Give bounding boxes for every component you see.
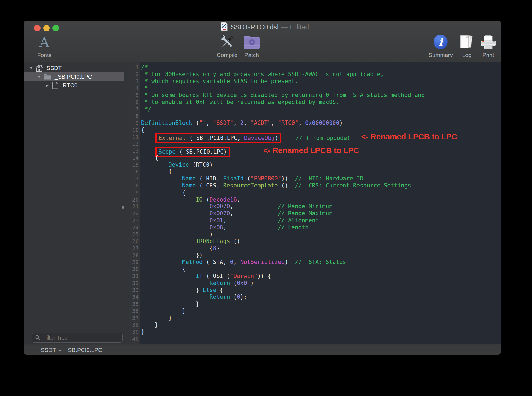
folder-icon <box>43 73 52 80</box>
code-line: Return (0); <box>141 294 501 301</box>
line-number: 10 <box>129 127 139 134</box>
tree-item-label: SSDT <box>46 65 62 71</box>
code-line <box>141 335 501 343</box>
line-number: 11 <box>129 134 139 141</box>
filter-tree-field[interactable] <box>32 333 123 343</box>
code-line: 0x0070, // Range Maximum <box>141 210 501 217</box>
rename-annotation: <- Renamed LPCB to LPC <box>263 146 359 155</box>
line-number: 23 <box>129 217 139 224</box>
filter-tree-input[interactable] <box>43 334 114 341</box>
traffic-lights <box>34 25 59 31</box>
line-number: 18 <box>129 182 139 189</box>
breadcrumb-root[interactable]: SSDT <box>41 347 56 353</box>
line-number: 4 <box>129 85 139 92</box>
tree-item--sb-pci0-lpc[interactable]: ▼_SB.PCI0.LPC <box>24 72 124 81</box>
line-number: 16 <box>129 168 139 175</box>
code-line: Return (0x0F) <box>141 280 501 287</box>
code-line: * On some boards RTC device is disabled … <box>141 92 501 99</box>
home-icon <box>35 64 44 72</box>
line-number: 7 <box>129 106 139 113</box>
document-icon <box>51 82 60 89</box>
line-number: 13 <box>129 147 139 155</box>
code-line: } <box>141 328 501 335</box>
code-line: 0x0070, // Range Minimum <box>141 203 501 210</box>
code-line: } <box>141 315 501 322</box>
ssdt-tree: ▼SSDT▼_SB.PCI0.LPC▶RTC0 <box>24 62 124 90</box>
document-proxy-icon <box>221 22 228 32</box>
line-number: 32 <box>129 280 139 287</box>
zoom-button[interactable] <box>52 25 59 31</box>
code-line: ) <box>141 231 501 238</box>
sidebar-tree-pane: ▼SSDT▼_SB.PCI0.LPC▶RTC0 <box>24 62 124 344</box>
line-number: 9 <box>129 120 139 127</box>
code-line: * <box>141 85 501 92</box>
code-line: * to enable it 0xF will be returned as e… <box>141 99 501 106</box>
line-number: 40 <box>129 335 139 343</box>
patch-button[interactable]: Patch <box>230 33 273 58</box>
disclosure-right-icon[interactable]: ▶ <box>44 83 51 88</box>
print-button[interactable]: Print <box>467 33 501 58</box>
code-editor[interactable]: /* * For 300-series only and occasions w… <box>140 62 501 344</box>
code-line: }) <box>141 252 501 259</box>
split-strip <box>124 62 129 344</box>
patch-folder-icon <box>243 35 260 50</box>
line-number: 36 <box>129 308 139 315</box>
code-line: { <box>141 266 501 273</box>
code-line: } <box>141 301 501 308</box>
line-number: 17 <box>129 175 139 182</box>
line-number: 21 <box>129 203 139 210</box>
code-line: IRQNoFlags () <box>141 238 501 245</box>
code-line: * which requires variable STAS to be pre… <box>141 78 501 85</box>
line-number: 35 <box>129 301 139 308</box>
minimize-button[interactable] <box>43 25 50 31</box>
line-number: 19 <box>129 189 139 196</box>
fonts-icon: A <box>39 36 49 49</box>
status-breadcrumb-bar: SSDT ▸ _SB.PCI0.LPC <box>24 345 501 355</box>
line-number: 29 <box>129 259 139 266</box>
splitter-handle[interactable] <box>122 206 124 209</box>
line-number: 37 <box>129 315 139 322</box>
line-number: 22 <box>129 210 139 217</box>
rename-annotation: <- Renamed LPCB to LPC <box>361 132 457 141</box>
line-number: 8 <box>129 113 139 120</box>
fonts-label: Fonts <box>24 52 66 58</box>
code-line: IO (Decode16, <box>141 196 501 203</box>
fonts-button[interactable]: A Fonts <box>24 33 66 58</box>
code-line: {8} <box>141 245 501 252</box>
line-number: 12 <box>129 140 139 147</box>
line-number: 20 <box>129 196 139 203</box>
disclosure-down-icon[interactable]: ▼ <box>36 75 43 79</box>
title-filename: SSDT-RTC0.dsl <box>231 23 278 31</box>
tree-item-label: RTC0 <box>63 82 77 89</box>
line-number: 33 <box>129 287 139 294</box>
line-number: 15 <box>129 162 139 169</box>
tree-item-rtc0[interactable]: ▶RTC0 <box>24 81 124 90</box>
code-line: Scope (_SB.PCI0.LPC)<- Renamed LPCB to L… <box>141 147 501 155</box>
line-number: 5 <box>129 92 139 99</box>
line-number: 34 <box>129 294 139 301</box>
code-line: { <box>141 189 501 196</box>
code-line: Device (RTC0) <box>141 162 501 169</box>
breadcrumb-scope[interactable]: _SB.PCI0.LPC <box>65 347 102 353</box>
code-line: 0x08, // Length <box>141 224 501 231</box>
close-button[interactable] <box>34 25 41 31</box>
code-line: If (_OSI ("Darwin")) { <box>141 273 501 280</box>
rename-highlight-box: Scope (_SB.PCI0.LPC) <box>155 147 230 157</box>
disclosure-down-icon[interactable]: ▼ <box>28 66 35 70</box>
code-line: { <box>141 168 501 175</box>
code-line: 0x01, // Alignment <box>141 217 501 224</box>
rename-highlight-box: External (_SB_.PCI0.LPC, DeviceObj) <box>155 133 282 143</box>
main-split: ▼SSDT▼_SB.PCI0.LPC▶RTC0 1234567891011121… <box>24 62 501 344</box>
code-line: Name (_HID, EisaId ("PNP0B00")) // _HID:… <box>141 175 501 182</box>
code-line: Name (_CRS, ResourceTemplate () // _CRS:… <box>141 182 501 189</box>
tree-item-ssdt[interactable]: ▼SSDT <box>24 64 124 72</box>
code-lines: /* * For 300-series only and occasions w… <box>141 64 501 343</box>
line-number: 27 <box>129 245 139 252</box>
code-line: /* <box>141 64 501 71</box>
line-number: 39 <box>129 328 139 335</box>
patch-label: Patch <box>230 52 273 58</box>
code-line: * For 300-series only and occasions wher… <box>141 71 501 78</box>
line-number: 30 <box>129 266 139 273</box>
line-number: 1 <box>129 64 139 71</box>
code-line: } <box>141 321 501 328</box>
